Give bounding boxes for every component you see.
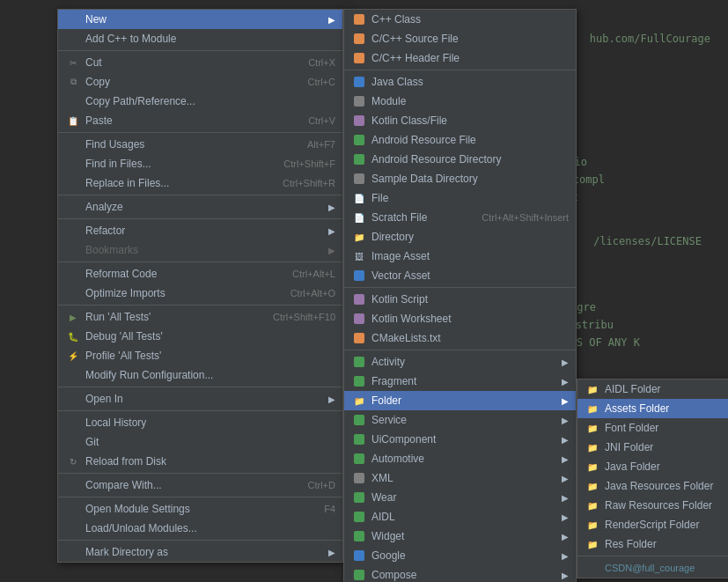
menu-item-android-resource-file[interactable]: Android Resource File bbox=[344, 130, 576, 150]
menu-item-run-tests[interactable]: ▶ Run 'All Tests' Ctrl+Shift+F10 bbox=[58, 307, 342, 327]
scratch-file-shortcut: Ctrl+Alt+Shift+Insert bbox=[482, 212, 569, 223]
menu-item-profile-tests-label: Profile 'All Tests' bbox=[85, 350, 335, 362]
menu-item-vector-asset[interactable]: Vector Asset bbox=[344, 266, 576, 285]
menu-item-cmake-lists[interactable]: CMakeLists.txt bbox=[344, 328, 576, 348]
menu-item-optimize-imports[interactable]: Optimize Imports Ctrl+Alt+O bbox=[58, 284, 342, 303]
aidl-folder-icon: 📁 bbox=[585, 382, 600, 396]
find-files-icon bbox=[65, 157, 81, 171]
menu-item-aidl-folder-label: AIDL Folder bbox=[605, 383, 723, 395]
menu-item-open-module-settings[interactable]: Open Module Settings F4 bbox=[58, 499, 342, 519]
menu-item-fragment[interactable]: Fragment ▶ bbox=[344, 372, 576, 391]
menu-item-reload-disk-label: Reload from Disk bbox=[85, 455, 335, 468]
menu-item-automotive[interactable]: Automotive ▶ bbox=[344, 449, 576, 468]
menu-item-mark-directory[interactable]: Mark Directory as ▶ bbox=[58, 542, 342, 562]
menu-item-assets-folder-label: Assets Folder bbox=[605, 402, 723, 415]
menu-item-res-folder[interactable]: 📁 Res Folder bbox=[577, 534, 728, 554]
menu-item-raw-resources-folder[interactable]: 📁 Raw Resources Folder bbox=[577, 496, 728, 515]
menu-item-bookmarks-label: Bookmarks bbox=[85, 244, 323, 256]
menu-item-modify-run[interactable]: Modify Run Configuration... bbox=[58, 365, 342, 385]
cpp-class-icon bbox=[351, 12, 367, 26]
menu-item-open-in[interactable]: Open In ▶ bbox=[58, 389, 342, 409]
bookmarks-arrow: ▶ bbox=[328, 246, 335, 255]
menu-item-git[interactable]: Git bbox=[58, 432, 342, 452]
menu-item-analyze[interactable]: Analyze ▶ bbox=[58, 197, 342, 217]
csdn-icon bbox=[585, 561, 600, 575]
menu-item-load-unload[interactable]: Load/Unload Modules... bbox=[58, 519, 342, 538]
menu-item-jni-folder[interactable]: 📁 JNI Folder bbox=[577, 438, 728, 457]
menu-item-new[interactable]: New ▶ bbox=[58, 10, 342, 29]
menu-item-cut[interactable]: ✂ Cut Ctrl+X bbox=[58, 53, 342, 72]
find-usages-shortcut: Alt+F7 bbox=[307, 139, 335, 150]
folder-icon: 📁 bbox=[351, 394, 367, 408]
menu-item-paste[interactable]: 📋 Paste Ctrl+V bbox=[58, 111, 342, 130]
menu-item-wear[interactable]: Wear ▶ bbox=[344, 488, 576, 507]
menu-item-bookmarks[interactable]: Bookmarks ▶ bbox=[58, 240, 342, 260]
menu-item-module[interactable]: Module bbox=[344, 92, 576, 111]
menu-item-aidl[interactable]: AIDL ▶ bbox=[344, 507, 576, 527]
menu-item-java-resources-folder[interactable]: 📁 Java Resources Folder bbox=[577, 476, 728, 496]
find-usages-icon bbox=[65, 137, 81, 151]
menu-item-java-class[interactable]: Java Class bbox=[344, 72, 576, 92]
menu-item-service-label: Service bbox=[371, 414, 556, 426]
menu-item-android-res-file-label: Android Resource File bbox=[371, 134, 569, 146]
analyze-arrow: ▶ bbox=[328, 203, 335, 212]
menu-item-file[interactable]: 📄 File bbox=[344, 188, 576, 208]
menu-item-copy[interactable]: ⧉ Copy Ctrl+C bbox=[58, 72, 342, 92]
menu-item-google[interactable]: Google ▶ bbox=[344, 546, 576, 565]
menu-item-vector-asset-label: Vector Asset bbox=[371, 269, 569, 282]
menu-item-compare-with[interactable]: Compare With... Ctrl+D bbox=[58, 475, 342, 495]
menu-item-res-folder-label: Res Folder bbox=[605, 538, 723, 550]
separator-10 bbox=[58, 497, 342, 497]
menu-item-add-cpp[interactable]: Add C++ to Module bbox=[58, 29, 342, 48]
menu-item-cpp-class[interactable]: C++ Class bbox=[344, 10, 576, 29]
menu-item-copy-path[interactable]: Copy Path/Reference... bbox=[58, 92, 342, 111]
menu-item-refactor[interactable]: Refactor ▶ bbox=[58, 221, 342, 240]
menu-item-activity[interactable]: Activity ▶ bbox=[344, 352, 576, 372]
google-icon bbox=[351, 549, 367, 563]
menu-item-android-resource-dir[interactable]: Android Resource Directory bbox=[344, 150, 576, 169]
menu-item-find-usages[interactable]: Find Usages Alt+F7 bbox=[58, 135, 342, 154]
menu-item-directory[interactable]: 📁 Directory bbox=[344, 227, 576, 247]
menu-item-replace-files[interactable]: Replace in Files... Ctrl+Shift+R bbox=[58, 173, 342, 193]
menu-item-refactor-label: Refactor bbox=[85, 225, 323, 237]
menu-item-font-folder[interactable]: 📁 Font Folder bbox=[577, 418, 728, 438]
paste-shortcut: Ctrl+V bbox=[308, 115, 335, 126]
menu-item-add-cpp-label: Add C++ to Module bbox=[85, 33, 335, 45]
menu-item-xml[interactable]: XML ▶ bbox=[344, 468, 576, 488]
compare-icon bbox=[65, 478, 81, 492]
menu-item-scratch-file[interactable]: 📄 Scratch File Ctrl+Alt+Shift+Insert bbox=[344, 208, 576, 227]
menu-item-reload-disk[interactable]: ↻ Reload from Disk bbox=[58, 452, 342, 471]
menu-item-open-in-label: Open In bbox=[85, 393, 323, 405]
menu-item-compose[interactable]: Compose ▶ bbox=[344, 565, 576, 582]
menu-item-modify-run-label: Modify Run Configuration... bbox=[85, 369, 335, 381]
menu-item-sample-data[interactable]: Sample Data Directory bbox=[344, 169, 576, 188]
menu-item-cpp-header[interactable]: C/C++ Header File bbox=[344, 48, 576, 68]
menu-item-find-files[interactable]: Find in Files... Ctrl+Shift+F bbox=[58, 154, 342, 173]
separator-6 bbox=[58, 305, 342, 306]
file-icon: 📄 bbox=[351, 191, 367, 205]
copy-shortcut: Ctrl+C bbox=[308, 77, 335, 87]
menu-item-renderscript-folder[interactable]: 📁 RenderScript Folder bbox=[577, 515, 728, 534]
menu-item-aidl-folder[interactable]: 📁 AIDL Folder bbox=[577, 379, 728, 399]
git-icon bbox=[65, 435, 81, 449]
menu-item-csdn[interactable]: CSDN@full_courage bbox=[577, 558, 728, 578]
menu-item-java-folder[interactable]: 📁 Java Folder bbox=[577, 457, 728, 476]
menu-item-debug-tests[interactable]: 🐛 Debug 'All Tests' bbox=[58, 327, 342, 346]
menu-item-cpp-source[interactable]: C/C++ Source File bbox=[344, 29, 576, 48]
open-in-arrow: ▶ bbox=[328, 394, 335, 404]
menu-item-raw-resources-folder-label: Raw Resources Folder bbox=[605, 499, 723, 512]
menu-item-reformat-code[interactable]: Reformat Code Ctrl+Alt+L bbox=[58, 264, 342, 284]
copy-icon: ⧉ bbox=[65, 75, 81, 89]
menu-item-kotlin-class[interactable]: Kotlin Class/File bbox=[344, 111, 576, 130]
cut-icon: ✂ bbox=[65, 55, 81, 70]
menu-item-assets-folder[interactable]: 📁 Assets Folder bbox=[577, 399, 728, 418]
menu-item-widget[interactable]: Widget ▶ bbox=[344, 527, 576, 546]
menu-item-image-asset[interactable]: 🖼 Image Asset bbox=[344, 247, 576, 266]
menu-item-local-history[interactable]: Local History bbox=[58, 413, 342, 432]
menu-item-ui-component[interactable]: UiComponent ▶ bbox=[344, 430, 576, 449]
menu-item-service[interactable]: Service ▶ bbox=[344, 410, 576, 430]
menu-item-kotlin-worksheet[interactable]: Kotlin Worksheet bbox=[344, 309, 576, 328]
menu-item-folder[interactable]: 📁 Folder ▶ bbox=[344, 391, 576, 410]
menu-item-kotlin-script[interactable]: Kotlin Script bbox=[344, 290, 576, 309]
menu-item-profile-tests[interactable]: ⚡ Profile 'All Tests' bbox=[58, 346, 342, 365]
